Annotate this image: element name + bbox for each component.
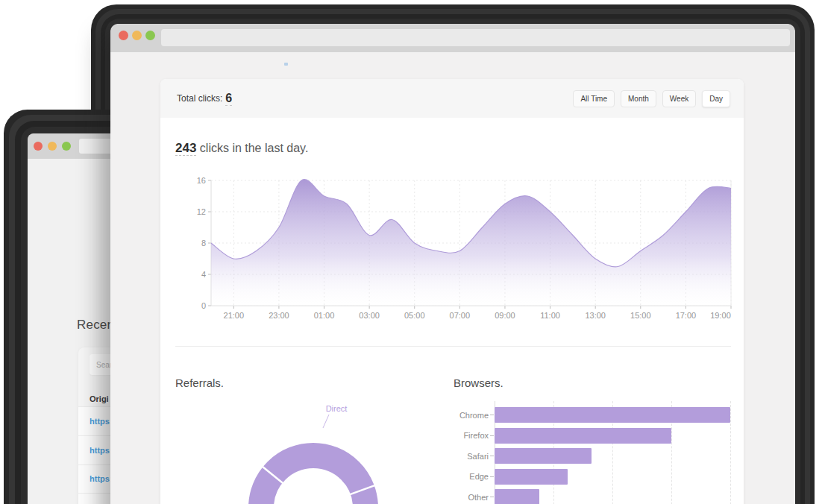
- referrals-donut-chart: Direct: [244, 400, 383, 504]
- bar-row-safari: Safari: [448, 448, 592, 464]
- bar-chrome: [495, 407, 730, 423]
- bar-firefox: [495, 428, 671, 444]
- svg-text:23:00: 23:00: [269, 311, 289, 320]
- window-controls: [34, 142, 71, 151]
- close-window-button[interactable]: [119, 31, 128, 40]
- section-divider: [175, 346, 731, 347]
- bar-safari: [495, 448, 592, 464]
- svg-text:Direct: Direct: [326, 404, 348, 413]
- svg-text:13:00: 13:00: [585, 311, 606, 320]
- svg-text:4: 4: [201, 270, 206, 279]
- bar-label: Chrome: [448, 411, 489, 420]
- address-bar[interactable]: [161, 29, 790, 46]
- referrals-section-title: Referrals.: [175, 377, 224, 389]
- analytics-browser-window: Total clicks: 6 All TimeMonthWeekDay 243…: [110, 24, 795, 504]
- short-link[interactable]: https:: [90, 474, 113, 483]
- filter-button-month[interactable]: Month: [621, 90, 656, 107]
- browsers-section-title: Browsers.: [454, 377, 503, 389]
- filter-button-all-time[interactable]: All Time: [573, 90, 615, 107]
- clicks-count: 243: [175, 141, 196, 156]
- bar-label: Firefox: [448, 431, 489, 440]
- tick-mark: [490, 497, 494, 497]
- minimize-window-button[interactable]: [132, 31, 142, 40]
- clicks-chart-title: 243 clicks in the last day.: [175, 141, 308, 156]
- tick-mark: [490, 415, 494, 415]
- front-window-titlebar: [110, 24, 795, 52]
- clicks-title-rest: clicks in the last day.: [196, 142, 308, 154]
- bar-edge: [495, 469, 568, 485]
- maximize-window-button[interactable]: [62, 142, 71, 151]
- tick-mark: [490, 435, 494, 436]
- total-clicks-label: Total clicks:: [177, 93, 222, 104]
- svg-text:11:00: 11:00: [540, 311, 560, 320]
- svg-text:21:00: 21:00: [224, 311, 245, 320]
- svg-text:16: 16: [197, 176, 206, 185]
- bar-other: [495, 489, 539, 504]
- svg-text:0: 0: [201, 301, 206, 310]
- stats-card-header: Total clicks: 6 All TimeMonthWeekDay: [160, 79, 744, 118]
- tick-mark: [490, 456, 494, 456]
- svg-text:07:00: 07:00: [450, 311, 471, 320]
- favicon-dot: [284, 63, 288, 66]
- svg-text:12: 12: [197, 207, 206, 216]
- bar-row-firefox: Firefox: [448, 428, 671, 444]
- gridline: [730, 401, 731, 504]
- stage: Recen Origi https:https:https:https:http…: [0, 0, 822, 504]
- svg-text:8: 8: [201, 239, 206, 248]
- minimize-window-button[interactable]: [48, 142, 57, 151]
- bar-label: Edge: [448, 472, 489, 481]
- window-controls: [119, 31, 155, 40]
- recent-links-heading: Recen: [77, 318, 114, 333]
- clicks-area-chart: 048121621:0023:0001:0003:0005:0007:0009:…: [172, 170, 738, 328]
- svg-text:01:00: 01:00: [314, 311, 335, 320]
- bar-row-chrome: Chrome: [448, 407, 730, 423]
- tick-mark: [490, 476, 494, 477]
- short-link[interactable]: https:: [90, 446, 113, 455]
- bar-label: Other: [448, 493, 489, 502]
- short-link[interactable]: https:: [90, 417, 113, 426]
- bar-row-edge: Edge: [448, 469, 568, 485]
- svg-text:09:00: 09:00: [495, 311, 515, 320]
- browsers-bar-chart: ChromeFirefoxSafariEdgeOther: [448, 395, 738, 504]
- svg-text:17:00: 17:00: [676, 311, 697, 320]
- close-window-button[interactable]: [34, 142, 43, 151]
- time-filter-group: All TimeMonthWeekDay: [573, 79, 730, 118]
- total-clicks-value: 6: [225, 92, 232, 106]
- bar-row-other: Other: [448, 489, 539, 504]
- filter-button-day[interactable]: Day: [702, 90, 730, 107]
- filter-button-week[interactable]: Week: [662, 90, 696, 107]
- svg-text:15:00: 15:00: [630, 311, 651, 320]
- svg-text:19:00: 19:00: [710, 311, 731, 320]
- svg-text:03:00: 03:00: [359, 311, 380, 320]
- table-header-original-url: Origi: [90, 394, 109, 403]
- maximize-window-button[interactable]: [145, 31, 155, 40]
- svg-text:05:00: 05:00: [404, 311, 425, 320]
- bar-label: Safari: [448, 452, 489, 461]
